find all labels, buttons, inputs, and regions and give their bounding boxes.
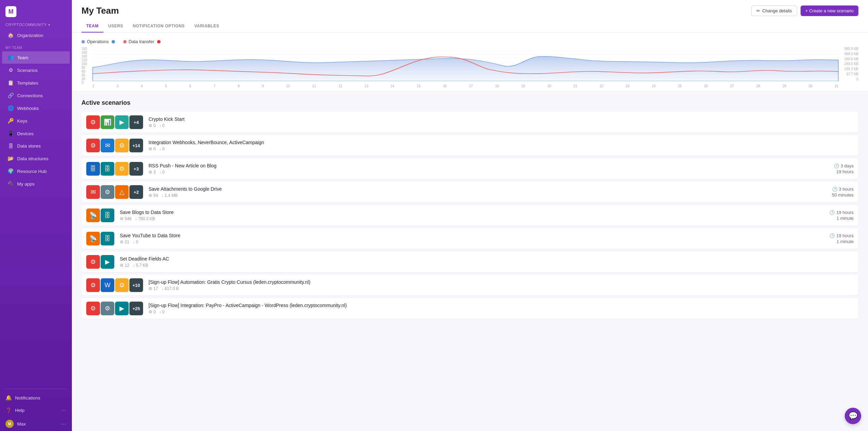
- scenario-info: Save Blogs to Data Store ⚙ 546 ↓ 780.3 K…: [120, 210, 829, 221]
- tab-variables[interactable]: VARIABLES: [190, 20, 224, 33]
- sidebar-item-my-apps[interactable]: 🔌 My apps: [2, 178, 70, 190]
- scenario-icon-2: △: [115, 185, 129, 199]
- create-scenario-button[interactable]: + Create a new scenario: [801, 5, 858, 16]
- sidebar-item-label: Data structures: [17, 156, 49, 161]
- scenario-info: Save YouTube to Data Store ⚙ 21 ↓ 0: [120, 233, 829, 244]
- chart-legend: Operations Data transfer: [81, 39, 858, 44]
- sidebar-item-label: Devices: [17, 131, 34, 136]
- sidebar-item-data-structures[interactable]: 📂 Data structures: [2, 152, 70, 165]
- scenario-meta: ⚙ 3 ↓ 0: [149, 170, 834, 175]
- clock-icon: 🕐: [834, 163, 839, 168]
- sidebar-item-organization[interactable]: 🏠 Organization: [2, 29, 70, 41]
- sidebar-item-help[interactable]: ❓ Help ⋯: [0, 404, 72, 417]
- scenario-badge: +10: [129, 278, 143, 292]
- operations-dot-filled: [112, 40, 115, 43]
- sidebar-section-my-team: MY TEAM: [0, 42, 72, 51]
- scenario-row[interactable]: 📡 🗄 Save Blogs to Data Store ⚙ 546 ↓ 780…: [81, 205, 858, 226]
- scenario-time: 🕐3 hours 50 minutes: [832, 187, 854, 198]
- chart-x-labels: 234567 8910111213 141516171819 202122232…: [92, 84, 839, 88]
- data-count: ↓ 780.3 KB: [135, 216, 155, 221]
- chart-y-labels-right: 585.9 KB488.3 KB390.6 KB293.0 KB195.3 KB…: [840, 47, 858, 81]
- scenario-row[interactable]: ⚙ ▶ Set Deadline Fields AC ⚙ 12 ↓ 5.7 KB: [81, 252, 858, 272]
- scenario-row[interactable]: ⚙ ⚙ ▶ +25 [Sign-up Flow] Integration: Pa…: [81, 298, 858, 319]
- sidebar-item-devices[interactable]: 📱 Devices: [2, 127, 70, 140]
- page-title: My Team: [81, 5, 119, 16]
- clock-icon: 🕐: [832, 187, 838, 192]
- scenario-badge: +3: [129, 162, 143, 176]
- scenario-icons: ⚙ ▶: [86, 255, 115, 269]
- time-value-2: 19 hours: [836, 169, 854, 174]
- data-count: ↓ 0: [159, 309, 165, 314]
- sidebar-item-scenarios[interactable]: ⚙ Scenarios: [2, 64, 70, 76]
- time-value: 3 days: [841, 163, 854, 168]
- scenario-row[interactable]: 📡 🗄 Save YouTube to Data Store ⚙ 21 ↓ 0 …: [81, 228, 858, 249]
- scenario-row[interactable]: 🗄 🗄 ⚙ +3 RSS Push - New Article on Blog …: [81, 159, 858, 179]
- scenario-icon-1: ✉: [101, 139, 114, 152]
- sidebar-team-name[interactable]: CRYPTOCOMMUNITY ▾: [0, 21, 72, 29]
- data-count: ↓ 1.4 MB: [162, 193, 178, 198]
- scenario-meta: ⚙ 546 ↓ 780.3 KB: [120, 216, 829, 221]
- chat-fab-button[interactable]: 💬: [845, 408, 861, 424]
- scenario-meta: ⚙ 54 ↓ 1.4 MB: [149, 193, 832, 198]
- scenario-name: [Sign-up Flow] Automation: Gratis Crypto…: [149, 279, 854, 285]
- sidebar-item-label: Team: [17, 55, 28, 60]
- time-value-2: 1 minute: [837, 216, 854, 221]
- sidebar-item-label: Organization: [17, 33, 43, 38]
- user-menu-icon[interactable]: ⋯: [61, 421, 66, 427]
- data-transfer-label: Data transfer: [129, 39, 154, 44]
- sidebar-item-notifications[interactable]: 🔔 Notifications: [0, 392, 72, 404]
- scenario-row[interactable]: ⚙ 📊 ▶ +4 Crypto Kick Start ⚙ 0 ↓ 0: [81, 112, 858, 132]
- sidebar-notifications-label: Notifications: [15, 395, 40, 401]
- change-details-button[interactable]: ✏ Change details: [751, 5, 797, 16]
- scenario-row[interactable]: ⚙ W ⚙ +10 [Sign-up Flow] Automation: Gra…: [81, 275, 858, 295]
- scenario-row[interactable]: ⚙ ✉ ⚙ +14 Integration Webhooks, NeverBou…: [81, 135, 858, 156]
- sidebar-item-connections[interactable]: 🔗 Connections: [2, 89, 70, 102]
- sidebar-item-templates[interactable]: 📋 Templates: [2, 77, 70, 89]
- scenario-name: [Sign-up Flow] Integration: PayPro - Act…: [149, 303, 854, 308]
- scenario-icon-1: W: [101, 278, 114, 292]
- scenario-icon-0: ⚙: [86, 115, 100, 129]
- scenario-time: 🕐19 hours 1 minute: [829, 210, 854, 221]
- scenario-name: Save Attachments to Google Drive: [149, 186, 832, 192]
- tab-notification-options[interactable]: NOTIFICATION OPTIONS: [128, 20, 190, 33]
- scenario-info: [Sign-up Flow] Automation: Gratis Crypto…: [149, 279, 854, 291]
- sidebar-item-label: Connections: [17, 93, 43, 98]
- ops-count: ⚙ 17: [149, 286, 158, 291]
- scenario-icon-2: ⚙: [115, 162, 129, 176]
- scenario-icons: ⚙ W ⚙ +10: [86, 278, 144, 292]
- data-stores-icon: 🗄: [8, 143, 14, 149]
- sidebar-item-resource-hub[interactable]: 🌍 Resource Hub: [2, 165, 70, 177]
- scenario-icon-0: ⚙: [86, 302, 100, 315]
- sidebar-item-user[interactable]: M Max ⋯: [0, 417, 72, 431]
- scenario-badge: +14: [129, 139, 143, 152]
- sidebar-item-label: Keys: [17, 118, 27, 124]
- tab-team[interactable]: TEAM: [81, 20, 103, 33]
- sidebar-item-webhooks[interactable]: 🌐 Webhooks: [2, 102, 70, 114]
- help-menu-icon[interactable]: ⋯: [61, 407, 66, 414]
- sidebar-item-data-stores[interactable]: 🗄 Data stores: [2, 140, 70, 152]
- sidebar-divider: [5, 389, 66, 389]
- scenario-icon-1: ⚙: [101, 302, 114, 315]
- sidebar-item-label: Data stores: [17, 143, 41, 149]
- operations-label: Operations: [87, 39, 109, 44]
- scenario-row[interactable]: ✉ ⚙ △ +2 Save Attachments to Google Driv…: [81, 182, 858, 202]
- templates-icon: 📋: [8, 80, 14, 86]
- data-count: ↓ 0: [159, 170, 165, 175]
- sidebar: M CRYPTOCOMMUNITY ▾ 🏠 Organization MY TE…: [0, 0, 72, 431]
- scenario-icons: 🗄 🗄 ⚙ +3: [86, 162, 144, 176]
- sidebar-item-keys[interactable]: 🔑 Keys: [2, 115, 70, 127]
- sidebar-item-team[interactable]: 👥 Team: [2, 51, 70, 64]
- data-transfer-legend: Data transfer: [123, 39, 161, 44]
- operations-legend: Operations: [81, 39, 115, 44]
- tab-users[interactable]: USERS: [103, 20, 128, 33]
- scenario-time: 🕐19 hours 1 minute: [829, 233, 854, 244]
- scenario-name: Crypto Kick Start: [149, 116, 854, 122]
- data-count: ↓ 817.0 B: [162, 286, 179, 291]
- time-value: 3 hours: [839, 187, 854, 192]
- sidebar-item-label: My apps: [17, 181, 35, 187]
- help-icon: ❓: [5, 407, 12, 414]
- my-apps-icon: 🔌: [8, 181, 14, 187]
- scenario-icons: 📡 🗄: [86, 232, 115, 245]
- sidebar-item-label: Scenarios: [17, 68, 38, 73]
- ops-count: ⚙ 546: [120, 216, 131, 221]
